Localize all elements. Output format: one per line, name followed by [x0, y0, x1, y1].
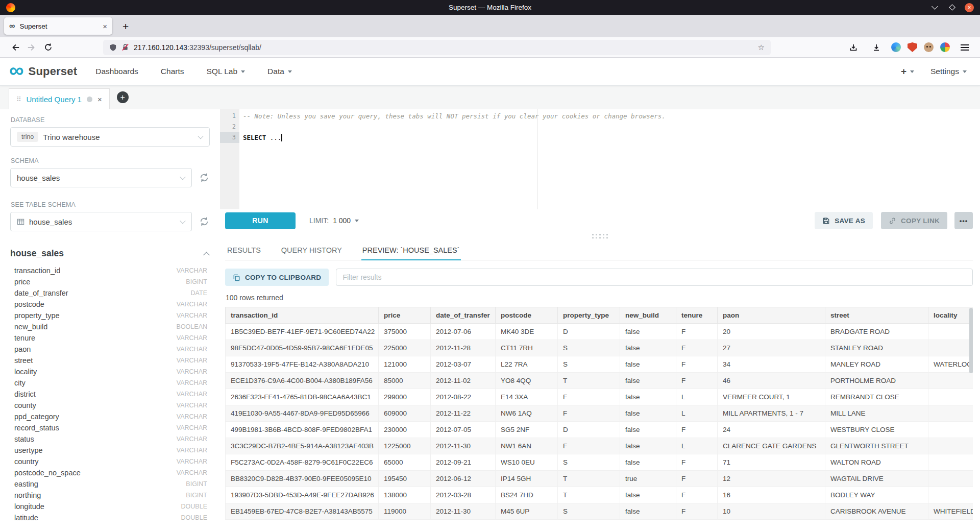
results-tab-preview[interactable]: PREVIEW: `HOUSE_SALES`: [361, 240, 461, 260]
table-cell: F: [676, 487, 718, 503]
database-engine-badge: trino: [17, 132, 38, 142]
query-tab-close-icon[interactable]: ×: [97, 95, 102, 103]
column-name: city: [14, 379, 26, 387]
column-header-date-of-transfer[interactable]: date_of_transfer: [431, 307, 496, 324]
minimize-icon: [932, 3, 938, 10]
firefox-logo-icon: [6, 3, 15, 12]
column-name: northing: [14, 491, 41, 499]
column-header-transaction-id[interactable]: transaction_id: [226, 307, 379, 324]
sql-keyword: SELECT: [243, 134, 266, 141]
column-header-property-type[interactable]: property_type: [558, 307, 620, 324]
results-scrollbar[interactable]: [969, 308, 973, 373]
tab-close-icon[interactable]: ×: [103, 22, 107, 30]
editor-line: 1-- Note: Unless you save your query, th…: [220, 111, 980, 122]
sql-comment: -- Note: Unless you save your query, the…: [243, 112, 666, 120]
drag-handle-icon[interactable]: ⠿: [16, 95, 21, 103]
schema-column-row: countryVARCHAR: [10, 456, 210, 467]
column-header-tenure[interactable]: tenure: [676, 307, 718, 324]
save-page-button[interactable]: [845, 40, 862, 55]
table-cell: 27: [718, 340, 825, 356]
copy-link-button[interactable]: COPY LINK: [881, 212, 947, 229]
settings-menu[interactable]: Settings: [930, 67, 967, 76]
column-type: VARCHAR: [177, 357, 207, 364]
schema-column-row: tenureVARCHAR: [10, 332, 210, 344]
menu-button[interactable]: [957, 40, 973, 55]
add-new-menu[interactable]: +: [901, 66, 914, 77]
schema-label: SCHEMA: [11, 157, 210, 164]
caret-down-icon: [288, 70, 292, 73]
refresh-schemas-button[interactable]: [199, 172, 210, 183]
column-header-locality[interactable]: locality: [928, 307, 973, 324]
results-tab-query-history[interactable]: QUERY HISTORY: [280, 240, 343, 260]
run-query-button[interactable]: RUN: [225, 212, 296, 229]
column-type: VARCHAR: [177, 267, 207, 274]
back-arrow-icon: [11, 43, 20, 52]
nav-item-dashboards[interactable]: Dashboards: [95, 58, 138, 85]
url-host: 217.160.120.143: [134, 43, 187, 52]
column-header-postcode[interactable]: postcode: [496, 307, 558, 324]
column-header-street[interactable]: street: [825, 307, 928, 324]
insecure-lock-icon[interactable]: [121, 43, 129, 51]
results-tab-results[interactable]: RESULTS: [226, 240, 262, 260]
add-query-tab-button[interactable]: +: [117, 91, 129, 103]
nav-item-data[interactable]: Data: [267, 58, 292, 85]
more-actions-button[interactable]: •••: [954, 212, 973, 229]
schema-column-row: cityVARCHAR: [10, 377, 210, 389]
table-row: 91370533-19F5-47FE-B142-A380A8ADA2101210…: [226, 356, 973, 373]
save-icon: [822, 217, 830, 225]
filter-results-input[interactable]: [336, 269, 973, 286]
bookmark-star-icon[interactable]: ☆: [758, 43, 765, 52]
table-cell: false: [620, 324, 676, 340]
table-cell: MK40 3DE: [496, 324, 558, 340]
schema-select[interactable]: house_sales: [10, 168, 192, 187]
nav-item-label: Dashboards: [95, 67, 138, 76]
table-cell: F: [676, 503, 718, 520]
extension-pinwheel-icon[interactable]: [940, 42, 950, 52]
table-cell: [928, 340, 973, 356]
schema-column-row: transaction_idVARCHAR: [10, 265, 210, 276]
tracking-shield-icon[interactable]: [109, 43, 117, 52]
table-cell: 2012-03-07: [431, 356, 496, 373]
column-name: street: [14, 356, 33, 365]
back-button[interactable]: [7, 40, 23, 55]
column-type: DATE: [191, 289, 207, 297]
limit-value: 1 000: [333, 216, 351, 225]
extension-adblock-shield-icon[interactable]: [908, 42, 917, 52]
forward-button[interactable]: [23, 40, 40, 55]
schema-column-row: new_buildBOOLEAN: [10, 321, 210, 332]
column-type: VARCHAR: [177, 458, 207, 465]
query-tab-untitled-query-1[interactable]: ⠿ Untitled Query 1 ×: [9, 88, 110, 109]
schema-column-list: transaction_idVARCHARpriceBIGINTdate_of_…: [10, 265, 210, 523]
table-cell: BODLEY WAY: [825, 487, 928, 503]
column-name: county: [14, 401, 36, 409]
reload-button[interactable]: [40, 40, 56, 55]
pane-resizer[interactable]: [220, 232, 980, 240]
new-tab-button[interactable]: +: [119, 21, 132, 32]
save-tray-icon: [849, 43, 857, 52]
collapse-table-icon[interactable]: [203, 252, 210, 258]
window-maximize-button[interactable]: [947, 3, 957, 12]
window-minimize-button[interactable]: [930, 3, 939, 12]
database-select[interactable]: trino Trino warehouse: [10, 127, 210, 147]
copy-to-clipboard-button[interactable]: COPY TO CLIPBOARD: [225, 269, 329, 286]
extension-monkey-icon[interactable]: [924, 42, 934, 52]
limit-dropdown[interactable]: LIMIT: 1 000: [309, 216, 359, 225]
sql-editor[interactable]: 1-- Note: Unless you save your query, th…: [220, 109, 980, 209]
table-select-value: house_sales: [29, 217, 72, 226]
column-header-new-build[interactable]: new_build: [620, 307, 676, 324]
url-bar[interactable]: 217.160.120.143:32393/superset/sqllab/ ☆: [103, 40, 771, 55]
nav-item-sql-lab[interactable]: SQL Lab: [207, 58, 246, 85]
refresh-tables-button[interactable]: [199, 216, 210, 227]
window-close-button[interactable]: ×: [965, 3, 974, 12]
table-select[interactable]: house_sales: [10, 212, 192, 231]
column-header-paon[interactable]: paon: [718, 307, 825, 324]
nav-item-charts[interactable]: Charts: [161, 58, 184, 85]
save-as-button[interactable]: SAVE AS: [815, 212, 873, 229]
browser-tab[interactable]: ∞ Superset ×: [4, 17, 112, 35]
caret-down-icon: [355, 220, 359, 222]
downloads-button[interactable]: [868, 40, 885, 55]
superset-logo[interactable]: ∞ Superset: [9, 65, 77, 78]
column-header-price[interactable]: price: [379, 307, 431, 324]
column-name: district: [14, 390, 36, 398]
extension-globe-icon[interactable]: [891, 42, 901, 52]
